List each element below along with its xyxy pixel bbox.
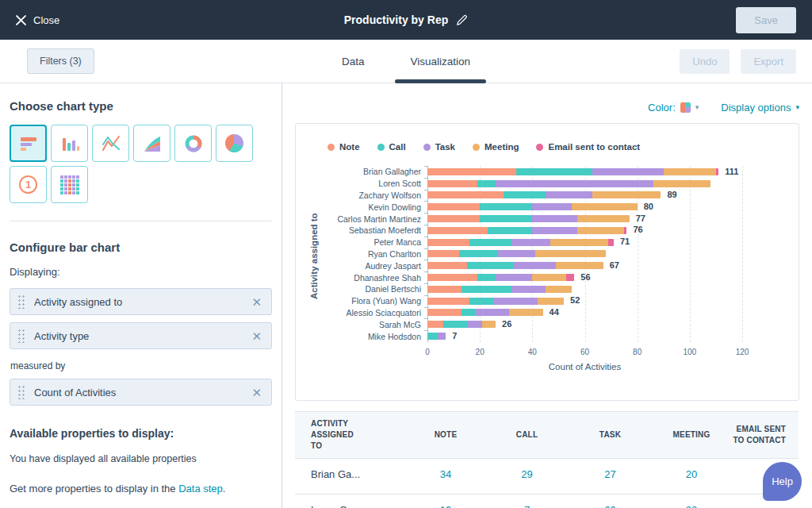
bar-segment-task[interactable] [532, 203, 572, 210]
display-options-dropdown[interactable]: Display options ▾ [721, 102, 799, 114]
bar-segment-task[interactable] [511, 239, 551, 246]
bar-segment-meeting[interactable] [546, 286, 572, 293]
bar-segment-call[interactable] [459, 250, 499, 257]
bar-segment-note[interactable] [427, 203, 480, 210]
legend-item[interactable]: Email sent to contact [536, 142, 640, 152]
table-cell-value[interactable]: 29 [485, 468, 569, 494]
table-header-cell[interactable]: MEETING [652, 429, 731, 441]
bar-segment-task[interactable] [532, 215, 576, 222]
tab-data[interactable]: Data [342, 40, 365, 83]
chart-type-horizontal-bar-button[interactable] [10, 125, 47, 162]
bar-segment-note[interactable] [427, 227, 488, 234]
bar-segment-note[interactable] [427, 191, 504, 198]
stacked-bar[interactable] [427, 286, 572, 293]
bar-segment-meeting[interactable] [592, 191, 661, 198]
bar-segment-task[interactable] [514, 262, 556, 269]
chart-type-pie-button[interactable] [216, 125, 253, 162]
chart-type-area-button[interactable] [133, 125, 170, 162]
bar-segment-call[interactable] [480, 215, 532, 222]
bar-segment-call[interactable] [462, 309, 475, 316]
bar-segment-note[interactable] [427, 262, 467, 269]
stacked-bar[interactable] [427, 203, 638, 210]
table-cell-value[interactable]: 19 [406, 504, 485, 508]
filters-button[interactable]: Filters (3) [27, 48, 94, 74]
bar-segment-meeting[interactable] [664, 168, 716, 175]
remove-chip-icon[interactable]: ✕ [251, 387, 262, 398]
table-header-cell[interactable]: EMAIL SENT TO CONTACT [731, 424, 786, 446]
bar-segment-meeting[interactable] [535, 250, 606, 257]
bar-segment-meeting[interactable] [577, 227, 625, 234]
table-header-cell[interactable]: NOTE [406, 429, 485, 441]
bar-segment-task[interactable] [493, 298, 538, 305]
bar-segment-note[interactable] [427, 239, 469, 246]
remove-chip-icon[interactable]: ✕ [251, 330, 262, 342]
bar-segment-call[interactable] [467, 262, 515, 269]
table-cell-value[interactable]: 60 [569, 504, 652, 508]
bar-segment-task[interactable] [496, 180, 653, 187]
export-button[interactable]: Export [741, 49, 796, 74]
stacked-bar[interactable] [427, 191, 661, 198]
drag-handle-icon[interactable] [17, 385, 26, 399]
edit-pencil-icon[interactable] [456, 14, 468, 26]
stacked-bar[interactable] [427, 321, 496, 328]
bar-segment-call[interactable] [427, 333, 438, 340]
bar-segment-meeting[interactable] [538, 298, 564, 305]
stacked-bar[interactable] [427, 274, 574, 281]
stacked-bar[interactable] [427, 298, 564, 305]
bar-segment-note[interactable] [427, 321, 443, 328]
bar-segment-call[interactable] [516, 168, 592, 175]
bar-segment-call[interactable] [462, 286, 511, 293]
bar-segment-meeting[interactable] [653, 180, 711, 187]
table-row-name[interactable]: Loren Sc... [311, 504, 406, 508]
table-cell-value[interactable]: 7 [485, 504, 569, 508]
table-row-name[interactable]: Brian Ga... [311, 468, 406, 494]
table-cell-value[interactable]: 20 [652, 468, 731, 494]
bar-segment-email[interactable] [608, 239, 614, 246]
bar-segment-call[interactable] [504, 191, 546, 198]
stacked-bar[interactable] [427, 239, 614, 246]
color-dropdown[interactable]: Color: ▾ [648, 102, 699, 114]
bar-segment-note[interactable] [427, 274, 477, 281]
bar-segment-meeting[interactable] [577, 215, 630, 222]
stacked-bar[interactable] [427, 309, 543, 316]
bar-segment-call[interactable] [488, 227, 532, 234]
bar-segment-meeting[interactable] [572, 203, 638, 210]
bar-segment-task[interactable] [592, 168, 663, 175]
bar-segment-call[interactable] [480, 203, 532, 210]
bar-segment-call[interactable] [477, 274, 496, 281]
chart-type-table-button[interactable] [51, 166, 88, 203]
bar-segment-note[interactable] [427, 286, 462, 293]
stacked-bar[interactable] [427, 227, 626, 234]
bar-segment-meeting[interactable] [550, 239, 608, 246]
table-cell-value[interactable]: 22 [652, 504, 731, 508]
stacked-bar[interactable] [427, 180, 710, 187]
bar-segment-call[interactable] [469, 298, 493, 305]
bar-segment-call[interactable] [469, 239, 511, 246]
chart-type-single-value-button[interactable]: 1 [10, 166, 47, 203]
bar-segment-meeting[interactable] [556, 262, 603, 269]
bar-segment-note[interactable] [427, 215, 480, 222]
stacked-bar[interactable] [427, 215, 630, 222]
chart-type-line-button[interactable] [92, 125, 129, 162]
bar-segment-email[interactable] [566, 274, 574, 281]
bar-segment-task[interactable] [475, 309, 509, 316]
bar-segment-task[interactable] [532, 227, 576, 234]
table-cell-value[interactable]: 27 [569, 468, 652, 494]
table-header-cell[interactable]: ACTIVITY ASSIGNED TO [311, 418, 406, 452]
drag-handle-icon[interactable] [17, 294, 26, 309]
tab-visualization[interactable]: Visualization [410, 40, 470, 83]
bar-segment-task[interactable] [467, 321, 483, 328]
bar-segment-meeting[interactable] [509, 309, 543, 316]
bar-segment-note[interactable] [427, 298, 469, 305]
bar-segment-call[interactable] [477, 180, 496, 187]
table-cell-value[interactable] [731, 504, 786, 508]
bar-segment-task[interactable] [511, 286, 546, 293]
bar-segment-note[interactable] [427, 250, 459, 257]
chart-type-vertical-bar-button[interactable] [51, 125, 88, 162]
stacked-bar[interactable] [427, 250, 606, 257]
legend-item[interactable]: Task [423, 142, 455, 152]
bar-segment-meeting[interactable] [532, 274, 566, 281]
bar-segment-task[interactable] [498, 250, 534, 257]
remove-chip-icon[interactable]: ✕ [251, 296, 262, 308]
chip-activity-type[interactable]: Activity type ✕ [10, 322, 272, 349]
